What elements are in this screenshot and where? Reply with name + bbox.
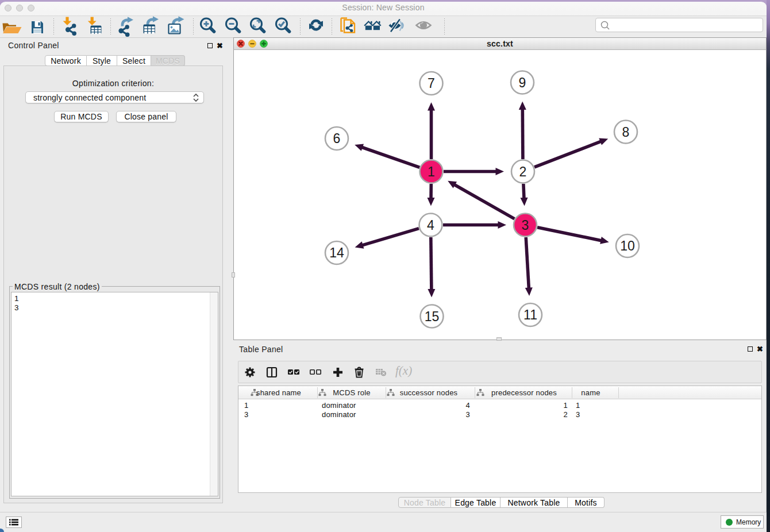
svg-text:9: 9 [519, 75, 526, 90]
svg-text:8: 8 [622, 125, 630, 140]
svg-text:7: 7 [428, 76, 435, 91]
svg-text:10: 10 [620, 238, 635, 253]
svg-text:15: 15 [425, 309, 440, 324]
svg-text:14: 14 [329, 245, 344, 260]
svg-text:6: 6 [333, 131, 341, 146]
svg-text:11: 11 [523, 307, 537, 322]
svg-text:4: 4 [427, 218, 434, 233]
svg-text:2: 2 [519, 164, 527, 179]
svg-text:1: 1 [428, 164, 435, 179]
svg-text:3: 3 [522, 218, 529, 233]
